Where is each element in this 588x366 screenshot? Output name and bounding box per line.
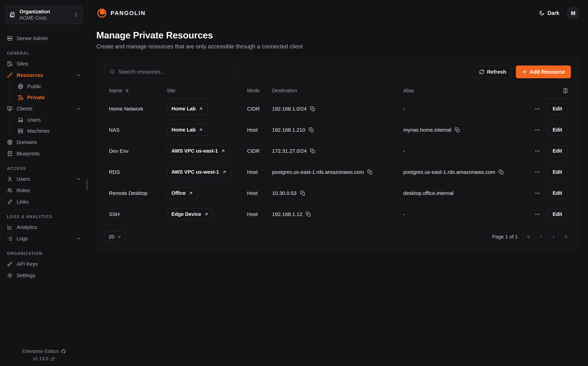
edit-button[interactable]: Edit	[547, 103, 568, 114]
chevron-down-icon[interactable]	[76, 236, 81, 241]
sidebar-item-label: Analytics	[17, 224, 81, 230]
site-link[interactable]: Edge Device	[167, 208, 213, 220]
page-size-value: 20	[109, 234, 114, 240]
sidebar-item-api-keys[interactable]: API Keys	[5, 258, 83, 270]
table-row: Remote Desktop Office Host 10.30.0.53 de…	[105, 183, 571, 204]
server-icon	[18, 128, 23, 134]
row-menu-button[interactable]	[535, 106, 540, 112]
sidebar-item-clients[interactable]: Clients	[5, 103, 83, 114]
users-icon	[7, 188, 13, 193]
sidebar-item-resources[interactable]: Resources	[5, 69, 83, 81]
org-switcher[interactable]: Organization ACME Corp.	[5, 6, 83, 24]
edition-link[interactable]: Enterprise Edition	[5, 349, 83, 354]
copy-destination-button[interactable]	[310, 148, 315, 154]
sidebar-item-label: Domains	[17, 139, 81, 145]
first-page-button[interactable]	[524, 231, 534, 242]
edit-button[interactable]: Edit	[547, 145, 568, 156]
sidebar-item-label: Machines	[27, 128, 81, 134]
topbar: PANGOLIN Dark M	[96, 7, 579, 19]
sidebar-item-label: Private	[27, 94, 81, 100]
sidebar-item-machines[interactable]: Machines	[16, 125, 83, 137]
table-row: Home Network Home Lab CIDR 192.168.1.0/2…	[105, 98, 571, 119]
site-label: Office	[171, 190, 186, 196]
cell-name: Remote Desktop	[109, 190, 167, 196]
sidebar-item-label: Public	[27, 84, 81, 89]
copy-destination-button[interactable]	[306, 212, 311, 217]
brand[interactable]: PANGOLIN	[96, 8, 146, 19]
sidebar-item-links[interactable]: Links	[5, 196, 83, 207]
cell-mode: Host	[247, 127, 272, 133]
cell-destination: 192.168.1.0/24	[272, 106, 307, 112]
edit-button[interactable]: Edit	[547, 124, 568, 135]
cell-alias: postgres.us-east-1.rds.amazonaws.com	[403, 169, 495, 175]
sidebar-item-sites[interactable]: Sites	[5, 58, 83, 69]
chevron-up-icon[interactable]	[76, 73, 81, 78]
chevron-down-icon	[117, 235, 122, 239]
key-icon	[7, 261, 13, 267]
copy-destination-button[interactable]	[309, 127, 314, 133]
edit-button[interactable]: Edit	[547, 167, 568, 177]
sidebar-item-public[interactable]: Public	[16, 81, 83, 92]
row-menu-button[interactable]	[535, 190, 540, 196]
site-link[interactable]: Home Lab	[167, 124, 208, 136]
sidebar-item-users[interactable]: Users	[5, 173, 83, 185]
previous-page-button[interactable]	[536, 231, 546, 242]
sidebar-scrollbar-thumb[interactable]	[87, 180, 87, 190]
github-icon	[61, 349, 66, 354]
page-size-select[interactable]: 20	[105, 231, 125, 242]
site-link[interactable]: AWS VPC us-west-1	[167, 166, 231, 178]
edit-button[interactable]: Edit	[547, 209, 568, 220]
sidebar-item-private[interactable]: Private	[16, 92, 83, 103]
table-header: Name Site Mode Destination Alias	[105, 83, 571, 98]
user-menu-button[interactable]: M	[567, 7, 579, 19]
cell-mode: CIDR	[247, 106, 272, 112]
chevrons-left-icon	[526, 234, 531, 239]
sidebar-item-label: Server Admin	[17, 35, 81, 41]
theme-toggle[interactable]: Dark	[539, 10, 559, 16]
row-menu-button[interactable]	[535, 211, 540, 217]
refresh-icon	[479, 69, 484, 75]
copy-destination-button[interactable]	[367, 169, 373, 175]
row-menu-button[interactable]	[535, 148, 540, 154]
combine-icon	[7, 61, 13, 67]
search-input[interactable]	[118, 69, 233, 75]
cell-mode: CIDR	[247, 148, 272, 154]
columns-toggle-button[interactable]	[563, 88, 568, 93]
refresh-button[interactable]: Refresh	[473, 66, 512, 78]
copy-alias-button[interactable]	[499, 169, 504, 175]
site-link[interactable]: AWS VPC us-east-1	[167, 145, 230, 157]
chevron-down-icon[interactable]	[76, 177, 81, 182]
next-page-button[interactable]	[548, 231, 559, 242]
section-label-logs-analytics: LOGS & ANALYTICS	[7, 214, 83, 219]
sidebar-item-label: API Keys	[17, 261, 81, 267]
edit-button[interactable]: Edit	[547, 188, 568, 198]
sidebar-item-server-admin[interactable]: Server Admin	[5, 33, 83, 44]
add-resource-button[interactable]: Add Resource	[516, 66, 571, 78]
chevron-up-icon[interactable]	[76, 106, 81, 111]
sidebar-item-domains[interactable]: Domains	[5, 137, 83, 148]
row-menu-button[interactable]	[535, 169, 540, 175]
table-row: NAS Home Lab Host 192.168.1.210 mynas.ho…	[105, 119, 571, 140]
section-label-general: GENERAL	[7, 51, 83, 56]
laptop-icon	[18, 117, 23, 123]
site-link[interactable]: Office	[167, 187, 198, 199]
version-label: v1.13.0	[33, 356, 48, 361]
sidebar-item-roles[interactable]: Roles	[5, 185, 83, 196]
version-link[interactable]: v1.13.0	[5, 356, 83, 361]
sidebar-item-client-users[interactable]: Users	[16, 114, 83, 125]
cell-name: SSH	[109, 211, 167, 217]
row-menu-button[interactable]	[535, 127, 540, 133]
cell-destination: 192.168.1.12	[272, 211, 302, 217]
copy-destination-button[interactable]	[300, 191, 305, 196]
sidebar-item-blueprints[interactable]: Blueprints	[5, 148, 83, 159]
column-header-name[interactable]: Name	[109, 88, 167, 93]
sidebar-item-label: Sites	[17, 61, 81, 67]
copy-alias-button[interactable]	[455, 127, 460, 133]
site-link[interactable]: Home Lab	[167, 103, 208, 114]
copy-destination-button[interactable]	[310, 106, 315, 111]
sidebar-item-settings[interactable]: Settings	[5, 270, 83, 281]
sidebar-item-analytics[interactable]: Analytics	[5, 221, 83, 233]
sidebar-item-logs[interactable]: Logs	[5, 233, 83, 244]
cell-name: Dev Env	[109, 148, 167, 154]
last-page-button[interactable]	[561, 231, 571, 242]
